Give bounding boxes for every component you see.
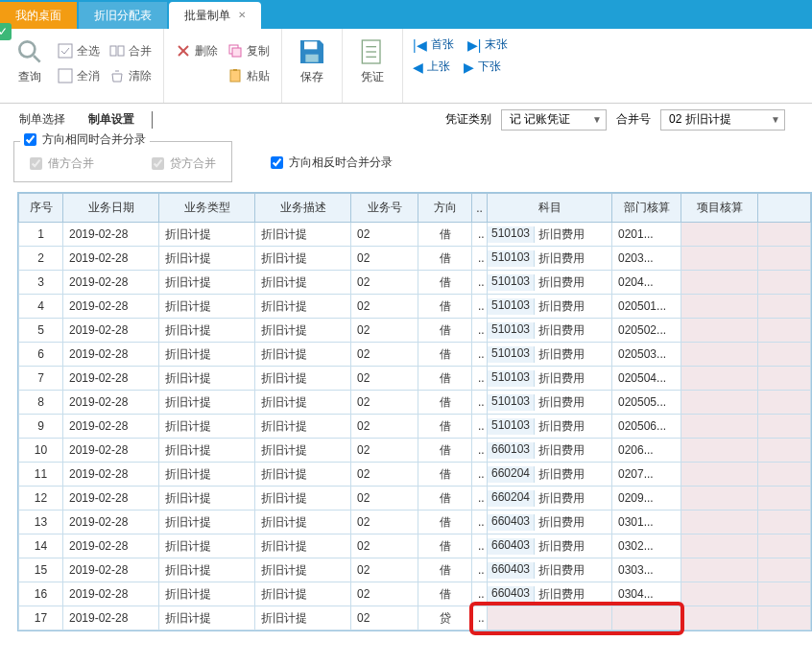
cell-extra[interactable] — [758, 367, 811, 391]
cell-dept[interactable]: 0206... — [612, 439, 681, 463]
cell-no[interactable]: 02 — [351, 439, 418, 463]
table-row[interactable]: 162019-02-28折旧计提折旧计提02借..660403折旧费用0304.… — [19, 582, 811, 606]
cell-proj[interactable] — [681, 511, 758, 534]
cell-proj[interactable] — [681, 415, 758, 439]
cell-dir[interactable]: 借 — [418, 367, 472, 391]
cell-picker[interactable]: .. — [472, 271, 488, 295]
cell-no[interactable]: 02 — [351, 487, 418, 511]
cell-picker[interactable]: .. — [472, 367, 488, 391]
cell-picker[interactable]: .. — [472, 319, 488, 343]
cell-desc[interactable]: 折旧计提 — [255, 439, 351, 463]
col-date[interactable]: 业务日期 — [63, 194, 159, 223]
cell-type[interactable]: 折旧计提 — [159, 415, 255, 439]
col-picker[interactable]: .. — [472, 194, 488, 223]
col-type[interactable]: 业务类型 — [159, 194, 255, 223]
cell-proj[interactable] — [681, 463, 758, 487]
cell-dept[interactable]: 0207... — [612, 463, 681, 487]
cell-type[interactable]: 折旧计提 — [159, 247, 255, 271]
table-row[interactable]: 32019-02-28折旧计提折旧计提02借..510103折旧费用0204..… — [19, 271, 811, 295]
cell-dept[interactable]: 020505... — [612, 391, 681, 415]
merge-no-select[interactable]: 02 折旧计提 ▼ — [660, 109, 785, 131]
cell-subject[interactable]: 510103折旧费用 — [488, 343, 612, 367]
table-row[interactable]: 52019-02-28折旧计提折旧计提02借..510103折旧费用020502… — [19, 319, 811, 343]
credit-merge-checkbox[interactable]: 贷方合并 — [152, 155, 216, 172]
cell-dir[interactable]: 借 — [418, 271, 472, 295]
cell-date[interactable]: 2019-02-28 — [63, 391, 159, 415]
cell-dept[interactable]: 0303... — [612, 558, 681, 582]
data-grid[interactable]: 序号 业务日期 业务类型 业务描述 业务号 方向 .. 科目 部门核算 项目核算… — [18, 193, 811, 630]
cell-dir[interactable]: 借 — [418, 558, 472, 582]
cell-subject[interactable]: 510103折旧费用 — [488, 319, 612, 343]
col-subject[interactable]: 科目 — [488, 194, 612, 223]
cell-subject[interactable] — [488, 606, 612, 630]
cell-desc[interactable]: 折旧计提 — [255, 534, 351, 558]
cell-proj[interactable] — [681, 295, 758, 319]
cell-dir[interactable]: 借 — [418, 534, 472, 558]
cell-no[interactable]: 02 — [351, 367, 418, 391]
table-row[interactable]: 22019-02-28折旧计提折旧计提02借..510103折旧费用0203..… — [19, 247, 811, 271]
cell-proj[interactable] — [681, 439, 758, 463]
cell-desc[interactable]: 折旧计提 — [255, 223, 351, 247]
cell-type[interactable]: 折旧计提 — [159, 271, 255, 295]
cell-no[interactable]: 02 — [351, 343, 418, 367]
cell-date[interactable]: 2019-02-28 — [63, 415, 159, 439]
tab-desktop[interactable]: 我的桌面 — [0, 2, 77, 29]
debit-merge-checkbox[interactable]: 借方合并 — [30, 155, 94, 172]
cell-picker[interactable]: .. — [472, 415, 488, 439]
table-row[interactable]: 62019-02-28折旧计提折旧计提02借..510103折旧费用020503… — [19, 343, 811, 367]
cell-desc[interactable]: 折旧计提 — [255, 487, 351, 511]
query-button[interactable]: 查询 — [10, 35, 50, 85]
cell-dir[interactable]: 借 — [418, 582, 472, 606]
cell-dir[interactable]: 借 — [418, 223, 472, 247]
cell-no[interactable]: 02 — [351, 582, 418, 606]
cell-desc[interactable]: 折旧计提 — [255, 343, 351, 367]
next-page-button[interactable]: ▶下张 — [464, 59, 501, 75]
cell-date[interactable]: 2019-02-28 — [63, 511, 159, 534]
cell-subject[interactable]: 510103折旧费用 — [488, 271, 612, 295]
cell-type[interactable]: 折旧计提 — [159, 343, 255, 367]
cell-subject[interactable]: 510103折旧费用 — [488, 415, 612, 439]
cell-extra[interactable] — [758, 511, 811, 534]
cell-no[interactable]: 02 — [351, 247, 418, 271]
cell-date[interactable]: 2019-02-28 — [63, 558, 159, 582]
table-row[interactable]: 72019-02-28折旧计提折旧计提02借..510103折旧费用020504… — [19, 367, 811, 391]
table-row[interactable]: 152019-02-28折旧计提折旧计提02借..660403折旧费用0303.… — [19, 558, 811, 582]
cell-dir[interactable]: 借 — [418, 415, 472, 439]
cell-proj[interactable] — [681, 343, 758, 367]
table-row[interactable]: 12019-02-28折旧计提折旧计提02借..510103折旧费用0201..… — [19, 223, 811, 247]
cell-type[interactable]: 折旧计提 — [159, 223, 255, 247]
cell-picker[interactable]: .. — [472, 439, 488, 463]
cell-desc[interactable]: 折旧计提 — [255, 319, 351, 343]
cell-subject[interactable]: 660204折旧费用 — [488, 487, 612, 511]
deselect-all-button[interactable]: 全消 — [56, 65, 102, 86]
cell-type[interactable]: 折旧计提 — [159, 558, 255, 582]
col-seq[interactable]: 序号 — [19, 194, 63, 223]
cell-date[interactable]: 2019-02-28 — [63, 463, 159, 487]
cell-dir[interactable]: 借 — [418, 439, 472, 463]
same-dir-merge-checkbox[interactable]: 方向相同时合并分录 — [24, 131, 146, 148]
col-no[interactable]: 业务号 — [351, 194, 418, 223]
cell-picker[interactable]: .. — [472, 534, 488, 558]
cell-subject[interactable]: 660103折旧费用 — [488, 439, 612, 463]
cell-dir[interactable]: 借 — [418, 487, 472, 511]
cell-dept[interactable]: 0204... — [612, 271, 681, 295]
cell-subject[interactable]: 660204折旧费用 — [488, 463, 612, 487]
cell-date[interactable]: 2019-02-28 — [63, 487, 159, 511]
cell-date[interactable]: 2019-02-28 — [63, 247, 159, 271]
cell-date[interactable]: 2019-02-28 — [63, 534, 159, 558]
delete-button[interactable]: 删除 — [174, 40, 220, 61]
cell-proj[interactable] — [681, 606, 758, 630]
cell-desc[interactable]: 折旧计提 — [255, 606, 351, 630]
cell-no[interactable]: 02 — [351, 271, 418, 295]
cell-picker[interactable]: .. — [472, 391, 488, 415]
cell-type[interactable]: 折旧计提 — [159, 295, 255, 319]
cell-picker[interactable]: .. — [472, 343, 488, 367]
cell-type[interactable]: 折旧计提 — [159, 534, 255, 558]
table-row[interactable]: 112019-02-28折旧计提折旧计提02借..660204折旧费用0207.… — [19, 463, 811, 487]
cell-dir[interactable]: 借 — [418, 295, 472, 319]
cell-type[interactable]: 折旧计提 — [159, 511, 255, 534]
cell-dept[interactable]: 0203... — [612, 247, 681, 271]
cell-date[interactable]: 2019-02-28 — [63, 343, 159, 367]
cell-dir[interactable]: 借 — [418, 511, 472, 534]
tab-alloc-table[interactable]: 折旧分配表 — [79, 2, 167, 29]
